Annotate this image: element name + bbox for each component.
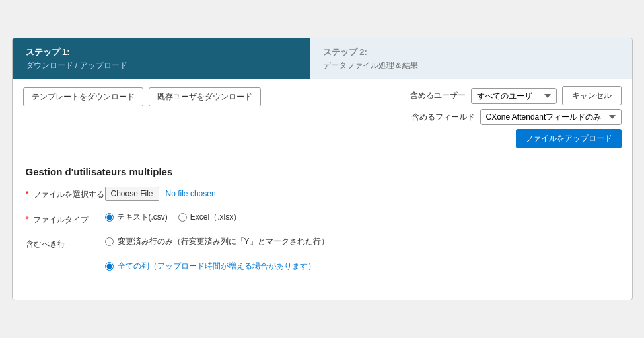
rows-changed-option: 変更済み行のみ（行変更済み列に「Y」とマークされた行） [105, 236, 619, 247]
rows-changed-label: 変更済み行のみ（行変更済み列に「Y」とマークされた行） [118, 236, 329, 247]
include-users-label: 含めるユーザー [410, 90, 466, 101]
filetype-options: テキスト(.csv) Excel（.xlsx） [105, 212, 619, 223]
filetype-xlsx-option[interactable]: Excel（.xlsx） [178, 212, 241, 223]
rows-row: 含むべき行 変更済み行のみ（行変更済み列に「Y」とマークされた行） 全ての列（ア… [26, 236, 619, 278]
filetype-label-area: * ファイルタイプ [26, 212, 105, 226]
section-title: Gestion d'utilisateurs multiples [26, 166, 619, 177]
filetype-row: * ファイルタイプ テキスト(.csv) Excel（.xlsx） [26, 212, 619, 226]
toolbar: テンプレートをダウンロード 既存ユーザをダウンロード 含めるユーザー すべてのユ… [13, 79, 632, 155]
rows-all-radio[interactable] [105, 262, 114, 271]
file-select-label-area: * ファイルを選択する [26, 187, 105, 200]
step2-header: ステップ 2: データファイル処理＆結果 [310, 38, 632, 79]
step1-sublabel: ダウンロード / アップロード [26, 60, 297, 71]
filetype-xlsx-radio[interactable] [178, 213, 187, 222]
step2-sublabel: データファイル処理＆結果 [323, 60, 619, 71]
filetype-xlsx-label: Excel（.xlsx） [190, 212, 241, 223]
cancel-button[interactable]: キャンセル [562, 86, 622, 105]
include-users-dropdown[interactable]: すべてのユーザ [471, 88, 557, 104]
rows-all-option: 全ての列（アップロード時間が増える場合があります） [105, 261, 619, 272]
download-users-button[interactable]: 既存ユーザをダウンロード [149, 87, 261, 106]
choose-file-button[interactable]: Choose File [105, 187, 159, 201]
step1-header: ステップ 1: ダウンロード / アップロード [13, 38, 310, 79]
content-area: Gestion d'utilisateurs multiples * ファイルを… [13, 155, 632, 300]
download-template-button[interactable]: テンプレートをダウンロード [23, 87, 143, 106]
rows-all-label: 全ての列（アップロード時間が増える場合があります） [118, 261, 316, 272]
rows-changed-radio[interactable] [105, 237, 114, 246]
filetype-label: ファイルタイプ [33, 214, 89, 226]
include-fields-dropdown[interactable]: CXone Attendantフィールドのみ [480, 109, 622, 125]
include-fields-label: 含めるフィールド [411, 112, 475, 123]
main-container: ステップ 1: ダウンロード / アップロード ステップ 2: データファイル処… [12, 38, 633, 300]
file-select-row: * ファイルを選択する Choose File No file chosen [26, 187, 619, 201]
filetype-csv-label: テキスト(.csv) [117, 212, 168, 223]
required-star-file: * [26, 189, 29, 199]
no-file-text: No file chosen [166, 189, 216, 198]
filetype-csv-option[interactable]: テキスト(.csv) [105, 212, 168, 223]
upload-file-button[interactable]: ファイルをアップロード [516, 129, 622, 148]
step2-label: ステップ 2: [323, 46, 619, 58]
rows-label-area: 含むべき行 [26, 236, 105, 250]
filetype-csv-radio[interactable] [105, 213, 114, 222]
required-star-filetype: * [26, 214, 29, 224]
steps-header: ステップ 1: ダウンロード / アップロード ステップ 2: データファイル処… [13, 38, 632, 79]
step1-label: ステップ 1: [26, 46, 297, 58]
rows-label: 含むべき行 [26, 239, 65, 250]
file-select-label: ファイルを選択する [33, 189, 104, 200]
rows-options: 変更済み行のみ（行変更済み列に「Y」とマークされた行） 全ての列（アップロード時… [105, 236, 619, 278]
file-input-area: Choose File No file chosen [105, 187, 619, 201]
